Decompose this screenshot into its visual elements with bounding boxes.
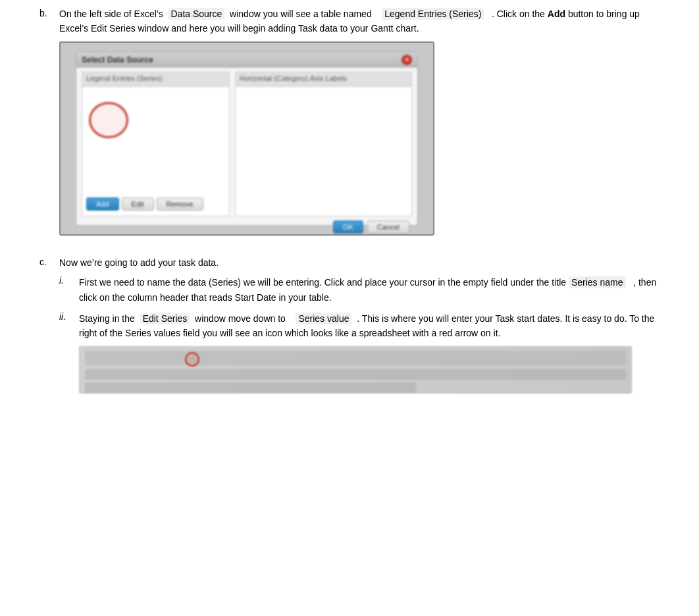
instruction-list: b. On the left side of Excel’s Data Sour… <box>39 7 660 400</box>
dialog-left-header: Legend Entries (Series) <box>82 72 229 87</box>
dialog-body: Legend Entries (Series) Add Edit Remove … <box>82 72 412 217</box>
highlight-series-value: Series value <box>296 313 351 324</box>
edit-series-circle-highlight <box>185 352 199 367</box>
highlight-series-name: Series name <box>569 276 626 288</box>
text-mid-b: window you will see a table named <box>224 9 382 19</box>
sub-label-ii: ii. <box>59 311 79 322</box>
item-text-c: Now we’re going to add your task data. <box>59 255 660 270</box>
dialog-title-text: Select Data Source <box>82 55 153 64</box>
text-mid2-b: . Click on the <box>484 9 547 19</box>
add-button-circle-highlight <box>89 102 128 138</box>
dialog-right-panel: Horizontal (Category) Axis Labels <box>235 72 412 217</box>
sub-item-i: i. First we need to name the data (Serie… <box>59 275 660 305</box>
sub-text-ii-mid: window move down to <box>190 313 296 324</box>
screenshot-select-data-source: Select Data Source ✕ Legend Entries (Ser… <box>59 41 434 236</box>
dialog-right-header: Horizontal (Category) Axis Labels <box>236 72 411 87</box>
dialog-edit-btn: Edit <box>122 197 154 211</box>
bold-add: Add <box>548 9 565 19</box>
item-text-b: On the left side of Excel’s Data Source … <box>59 7 660 36</box>
highlight-data-source: Data Source <box>168 8 225 20</box>
screenshot-edit-series <box>79 346 632 394</box>
text-prefix-b: On the left side of Excel’s <box>59 9 168 19</box>
blurred-row-2 <box>85 369 626 380</box>
sub-text-ii-prefix: Staying in the <box>79 313 140 324</box>
sub-content-i: First we need to name the data (Series) … <box>79 275 660 305</box>
item-label-c: c. <box>39 255 59 400</box>
sub-label-i: i. <box>59 275 79 286</box>
item-content-c: Now we’re going to add your task data. i… <box>59 255 660 400</box>
dialog-title-bar: Select Data Source ✕ <box>76 52 417 68</box>
highlight-edit-series: Edit Series <box>140 313 190 324</box>
dialog-remove-btn: Remove <box>157 197 203 211</box>
sub-item-ii: ii. Staying in the Edit Series window mo… <box>59 311 660 394</box>
instruction-item-b: b. On the left side of Excel’s Data Sour… <box>39 7 660 244</box>
screenshot-inner: Select Data Source ✕ Legend Entries (Ser… <box>61 43 433 234</box>
item-content-b: On the left side of Excel’s Data Source … <box>59 7 660 244</box>
sub-text-i-prefix: First we need to name the data (Series) … <box>79 277 569 288</box>
blurred-row-1 <box>85 351 626 365</box>
highlight-legend-entries: Legend Entries (Series) <box>382 8 484 20</box>
dialog-ok-btn: OK <box>333 220 363 234</box>
dialog-cancel-btn: Cancel <box>367 220 409 234</box>
sub-content-ii: Staying in the Edit Series window move d… <box>79 311 660 394</box>
sub-list-c: i. First we need to name the data (Serie… <box>59 275 660 394</box>
item-label-b: b. <box>39 7 59 244</box>
instruction-item-c: c. Now we’re going to add your task data… <box>39 255 660 400</box>
blurred-row-3 <box>85 382 416 393</box>
dialog-left-panel: Legend Entries (Series) Add Edit Remove <box>82 72 230 217</box>
dialog-close-btn: ✕ <box>401 55 412 65</box>
dialog-add-btn: Add <box>86 197 119 211</box>
excel-dialog: Select Data Source ✕ Legend Entries (Ser… <box>76 51 418 226</box>
